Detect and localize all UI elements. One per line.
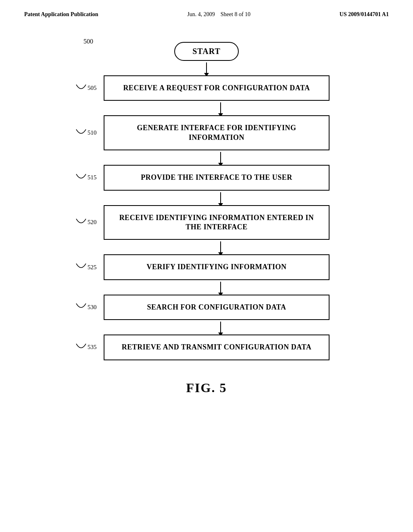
flow-box-515: PROVIDE THE INTERFACE TO THE USER <box>104 165 330 190</box>
arc-icon <box>75 303 87 312</box>
step-number-text: 530 <box>88 304 97 311</box>
start-node: START <box>174 42 239 61</box>
arrow-505-to-510 <box>75 101 338 115</box>
arrow-530-to-535 <box>75 320 338 335</box>
step-number-text: 510 <box>88 129 97 136</box>
arrow-510-to-515 <box>75 150 338 165</box>
step-label-535: 535 <box>75 343 104 352</box>
flow-box-535: RETRIEVE AND TRANSMIT CONFIGURATION DATA <box>104 335 330 360</box>
step-label-530: 530 <box>75 303 104 312</box>
step-label-525: 525 <box>75 263 104 272</box>
diagram-area: 500 START 505 RECEIVE A REQUEST FOR CONF… <box>0 34 413 360</box>
step-number-text: 525 <box>88 264 97 271</box>
flow-box-510: GENERATE INTERFACE FOR IDENTIFYING INFOR… <box>104 115 330 150</box>
step-row-535: 535 RETRIEVE AND TRANSMIT CONFIGURATION … <box>75 335 338 360</box>
step-row-515: 515 PROVIDE THE INTERFACE TO THE USER <box>75 165 338 190</box>
header-sheet: Sheet 8 of 10 <box>221 11 250 17</box>
arc-icon <box>75 263 87 272</box>
header-patent-number: US 2009/0144701 A1 <box>340 11 389 18</box>
flow-box-530: SEARCH FOR CONFIGURATION DATA <box>104 295 330 320</box>
header-date: Jun. 4, 2009 <box>187 11 215 17</box>
arc-icon <box>75 129 87 137</box>
page-header: Patent Application Publication Jun. 4, 2… <box>0 0 413 18</box>
header-date-sheet: Jun. 4, 2009 Sheet 8 of 10 <box>187 11 250 18</box>
flow-box-505: RECEIVE A REQUEST FOR CONFIGURATION DATA <box>104 75 330 101</box>
step-row-520: 520 RECEIVE IDENTIFYING INFORMATION ENTE… <box>75 205 338 240</box>
arrow-525-to-530 <box>75 280 338 295</box>
step-number-text: 515 <box>88 174 97 181</box>
arc-icon <box>75 173 87 182</box>
diagram-label-500: 500 <box>83 38 93 45</box>
arc-icon <box>75 84 87 93</box>
figure-label: FIG. 5 <box>0 380 413 395</box>
step-number-text: 505 <box>88 85 97 91</box>
arrow-515-to-520 <box>75 191 338 205</box>
step-row-530: 530 SEARCH FOR CONFIGURATION DATA <box>75 295 338 320</box>
step-label-520: 520 <box>75 218 104 227</box>
step-label-515: 515 <box>75 173 104 182</box>
step-label-505: 505 <box>75 84 104 93</box>
step-number-text: 520 <box>88 219 97 226</box>
step-label-510: 510 <box>75 129 104 137</box>
flow-box-525: VERIFY IDENTIFYING INFORMATION <box>104 254 330 280</box>
step-row-525: 525 VERIFY IDENTIFYING INFORMATION <box>75 254 338 280</box>
arc-icon <box>75 218 87 227</box>
header-publication-label: Patent Application Publication <box>24 11 98 18</box>
arrow-520-to-525 <box>75 240 338 254</box>
arc-icon <box>75 343 87 352</box>
flow-box-520: RECEIVE IDENTIFYING INFORMATION ENTERED … <box>104 205 330 240</box>
step-row-510: 510 GENERATE INTERFACE FOR IDENTIFYING I… <box>75 115 338 150</box>
arrow-start-505 <box>206 61 207 75</box>
step-number-text: 535 <box>88 344 97 351</box>
step-row-505: 505 RECEIVE A REQUEST FOR CONFIGURATION … <box>75 75 338 101</box>
